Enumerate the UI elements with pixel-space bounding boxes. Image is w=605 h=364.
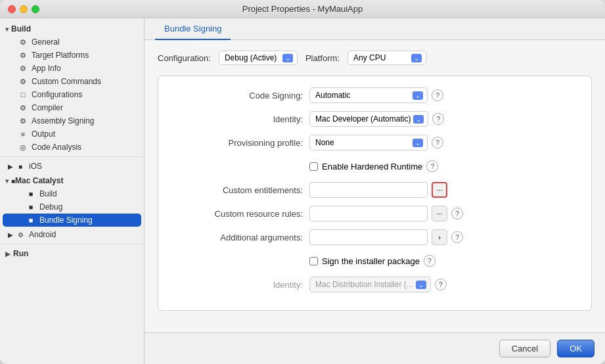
close-button[interactable] [8,5,16,13]
sidebar-item-mc-build[interactable]: ■ Build [3,187,141,200]
sidebar-section-build[interactable]: ▾ Build [0,22,144,35]
chevron-down-icon: ▾ [5,26,9,33]
sidebar-item-mc-bundle-signing-label: Bundle Signing [39,216,93,225]
sidebar-item-mc-bundle-signing[interactable]: ■ Bundle Signing [3,214,141,227]
chevron-right-icon: ▶ [8,163,13,170]
sign-installer-help-button[interactable]: ? [424,255,436,267]
custom-resource-rules-help-button[interactable]: ? [451,208,463,219]
help-icon: ? [436,139,439,147]
configuration-value: Debug (Active) [225,53,280,62]
help-icon: ? [430,162,434,170]
installer-identity-select[interactable]: Mac Distribution Installer (... ⌄ [309,277,431,292]
platform-label: Platform: [305,53,340,63]
code-signing-control: Automatic ⌄ ? [309,87,578,103]
platform-select[interactable]: Any CPU ⌄ [347,51,426,65]
chevron-down-icon: ▾ [5,177,9,185]
provisioning-profile-help-button[interactable]: ? [432,137,443,148]
installer-identity-label: Identity: [171,280,303,290]
identity-help-button[interactable]: ? [432,113,444,125]
sidebar-item-mc-debug[interactable]: ■ Debug [3,200,141,214]
sidebar-item-custom-commands[interactable]: ⚙ Custom Commands [3,75,141,88]
sign-installer-label: Sign the installer package [322,256,420,266]
circle-icon: ◎ [18,143,28,152]
identity-arrow-icon: ⌄ [413,115,424,124]
bottom-bar: Cancel OK [145,332,605,364]
list-icon: ≡ [18,130,28,138]
sidebar-item-general-label: General [32,37,60,47]
chevron-right-icon: ▶ [8,231,13,239]
gear-icon: ⚙ [18,117,28,125]
sidebar-section-run-label: Run [13,249,28,258]
square-icon: ■ [26,190,35,198]
square-icon: ■ [26,216,35,224]
window: Project Properties - MyMauiApp ▾ Build ⚙… [0,0,605,364]
minimize-button[interactable] [20,5,28,13]
sidebar-section-android[interactable]: ▶ ⚙ Android [3,228,141,241]
form-row-provisioning-profile: Provisioning profile: None ⌄ ? [171,134,578,151]
maximize-button[interactable] [32,5,39,13]
custom-resource-rules-control: ··· ? [309,206,578,221]
additional-arguments-label: Additional arguments: [171,233,303,242]
ok-button[interactable]: OK [557,340,594,357]
sidebar-item-output[interactable]: ≡ Output [3,127,141,141]
configuration-select[interactable]: Debug (Active) ⌄ [219,51,298,65]
sidebar-item-target-platforms[interactable]: ⚙ Target Platforms [3,49,141,62]
sidebar-item-assembly-signing-label: Assembly Signing [32,116,94,125]
hardened-runtime-checkbox[interactable] [309,162,318,171]
installer-identity-arrow-icon: ⌄ [416,281,426,289]
code-signing-select[interactable]: Automatic ⌄ [309,87,428,103]
square-icon: ■ [26,203,35,211]
sidebar-section-mac-catalyst[interactable]: ▾ ■ Mac Catalyst [0,174,144,187]
sidebar-item-code-analysis[interactable]: ◎ Code Analysis [3,141,141,154]
additional-arguments-input[interactable] [309,229,428,245]
platform-arrow-icon: ⌄ [411,54,422,62]
sidebar-item-mc-debug-label: Debug [39,202,62,212]
platform-value: Any CPU [353,53,409,62]
form-row-sign-installer: Sign the installer package ? [171,252,578,269]
provisioning-profile-label: Provisioning profile: [171,138,303,148]
installer-identity-help-button[interactable]: ? [435,279,447,290]
window-title: Project Properties - MyMauiApp [242,4,363,14]
tab-bar: Bundle Signing [145,18,605,40]
form-row-code-signing: Code Signing: Automatic ⌄ ? [171,87,578,104]
sidebar-item-app-info[interactable]: ⚙ App Info [3,62,141,75]
custom-resource-rules-input[interactable] [309,206,428,221]
sidebar-item-code-analysis-label: Code Analysis [32,143,81,152]
sign-installer-checkbox[interactable] [309,257,318,265]
identity-control: Mac Developer (Automatic) ⌄ ? [309,111,578,127]
custom-entitlements-browse-button[interactable]: ··· [432,182,447,198]
tab-bundle-signing[interactable]: Bundle Signing [155,18,231,40]
main-content: ▾ Build ⚙ General ⚙ Target Platforms ⚙ A… [0,18,605,364]
sidebar-item-compiler[interactable]: ⚙ Compiler [3,101,141,114]
cancel-button[interactable]: Cancel [499,340,550,357]
configuration-label: Configuration: [158,53,211,63]
sidebar-item-mc-build-label: Build [39,189,57,198]
sidebar-section-ios[interactable]: ▶ ■ iOS [3,160,141,173]
code-signing-help-button[interactable]: ? [432,89,443,101]
hardened-runtime-checkbox-row: Enable Hardened Runtime [309,162,422,171]
help-icon: ? [436,91,439,99]
sign-installer-control: Sign the installer package ? [309,255,578,267]
identity-select[interactable]: Mac Developer (Automatic) ⌄ [309,111,428,127]
sidebar-item-general[interactable]: ⚙ General [3,35,141,49]
sidebar-section-run[interactable]: ▶ Run [0,247,144,260]
help-icon: ? [428,257,432,265]
hardened-runtime-help-button[interactable]: ? [426,160,438,172]
chevron-right-icon: ▶ [5,250,11,258]
custom-entitlements-input[interactable] [309,182,428,198]
sidebar-item-configurations[interactable]: □ Configurations [3,88,141,101]
sidebar-item-assembly-signing[interactable]: ⚙ Assembly Signing [3,114,141,127]
sidebar-item-app-info-label: App Info [32,64,61,73]
provisioning-profile-select[interactable]: None ⌄ [309,135,428,150]
custom-resource-rules-browse-button[interactable]: ··· [432,206,447,221]
sidebar-separator-2 [0,244,144,244]
form-row-additional-arguments: Additional arguments: › ? [171,229,578,246]
ios-icon: ■ [16,163,25,170]
sidebar-section-android-label: Android [29,230,56,239]
additional-arguments-help-button[interactable]: ? [451,231,463,243]
code-signing-value: Automatic [315,91,410,100]
window-controls [8,5,39,13]
provisioning-profile-control: None ⌄ ? [309,135,578,150]
additional-arguments-expand-button[interactable]: › [432,229,447,245]
sidebar-section-build-label: Build [11,24,31,34]
